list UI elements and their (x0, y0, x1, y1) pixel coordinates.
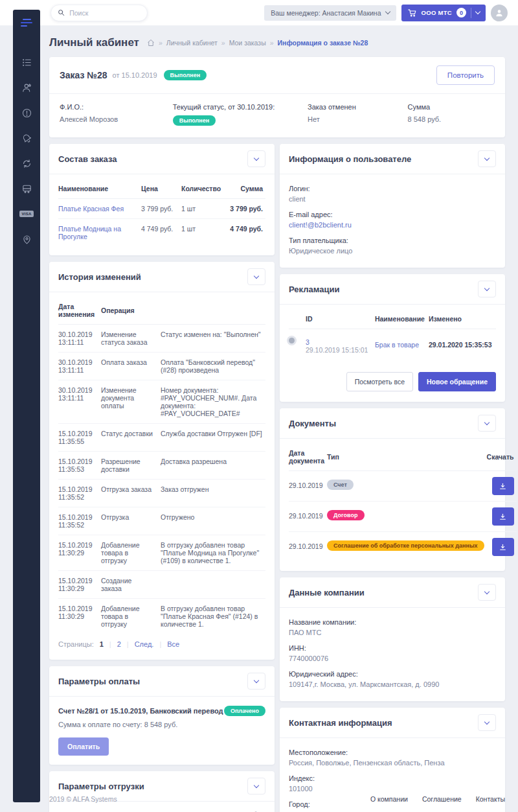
collapse-button[interactable] (247, 268, 265, 285)
cart-count-badge: 0 (456, 8, 466, 17)
sidebar-item-notifications[interactable] (18, 132, 35, 144)
history-row: 15.10.201911:30:29 Создание заказа (58, 571, 265, 599)
section-title: Документы (289, 419, 336, 428)
download-icon (499, 543, 507, 551)
chevron-down-icon (484, 155, 490, 160)
col-header: Цена (141, 177, 181, 199)
shipment-params-card: Параметры отгрузки Отгрузка №28/2 от 15.… (49, 771, 275, 812)
chevron-down-icon (385, 9, 390, 14)
view-all-button[interactable]: Посмотреть все (346, 372, 413, 391)
info-field: Тип плательщика: Юридическое лицо (289, 237, 496, 255)
sidebar-item-payments[interactable]: VISA (18, 208, 35, 220)
info-field: Индекс: 101000 (289, 774, 496, 793)
chevron-down-icon (254, 155, 259, 160)
section-title: Параметры оплаты (58, 677, 140, 686)
sidebar-item-sync[interactable] (18, 157, 35, 169)
page-all[interactable]: Все (167, 640, 179, 648)
chevron-down-icon (254, 782, 259, 787)
history-row: 15.10.201911:30:29 Добавление товара в о… (58, 599, 265, 634)
cart-button[interactable]: ООО МТС 0 (401, 5, 486, 21)
search-box[interactable] (51, 5, 148, 21)
home-icon[interactable] (147, 39, 155, 47)
info-field: E-mail адрес: client!@b2bclient.ru (289, 211, 496, 229)
history-row: 30.10.201913:11:11 Оплата заказа Оплата … (58, 353, 265, 380)
product-link[interactable]: Платье Красная Фея (58, 205, 124, 213)
reclamation-name-link[interactable]: Брак в товаре (375, 341, 419, 349)
collapse-button[interactable] (478, 281, 496, 297)
product-link[interactable]: Платье Модница на Прогулке (58, 225, 121, 240)
collapse-button[interactable] (478, 584, 496, 601)
sidebar-item-info[interactable] (18, 107, 35, 119)
bus-icon (21, 183, 32, 194)
col-header: Изменено (429, 307, 496, 329)
reclamation-row: 3 29.10.2019 15:15:01 Брак в товаре 29.0… (289, 329, 496, 364)
page-1[interactable]: 1 (100, 640, 104, 648)
section-title: История изменений (58, 272, 141, 282)
section-title: Состав заказа (58, 154, 117, 164)
breadcrumb-item[interactable]: Мои заказы (229, 39, 266, 47)
chevron-down-icon (254, 677, 259, 682)
sidebar-item-orders[interactable] (18, 56, 35, 68)
pagination: Страницы: 1 | 2 | След. | Все (58, 634, 265, 651)
page-title: Личный кабинет (49, 36, 139, 49)
info-field: ИНН: 7740000076 (289, 644, 496, 662)
download-button[interactable] (492, 507, 514, 526)
history-card: История изменений Дата изменения Операци… (49, 262, 275, 660)
manager-dropdown[interactable]: Ваш менеджер: Анастасия Макина (264, 5, 396, 21)
chevron-down-icon (484, 588, 490, 594)
collapse-button[interactable] (478, 150, 496, 167)
history-row: 15.10.201911:35:52 Отгрузка Отгружено (58, 507, 265, 535)
breadcrumb: » Личный кабинет » Мои заказы » Информац… (147, 39, 368, 47)
cart-icon (407, 8, 417, 17)
footer-link[interactable]: Контакты (476, 795, 505, 803)
new-request-button[interactable]: Новое обращение (418, 372, 496, 391)
sidebar-item-delivery[interactable] (18, 183, 35, 194)
order-composition-card: Состав заказа Наименование Цена Количест… (49, 144, 275, 255)
repeat-order-button[interactable]: Повторить (436, 65, 495, 85)
chevron-down-icon (484, 419, 490, 424)
chevron-down-icon (484, 719, 490, 724)
chevron-down-icon (484, 285, 490, 290)
collapse-button[interactable] (247, 150, 265, 167)
sidebar-item-clients[interactable] (18, 82, 35, 93)
footer-link[interactable]: Соглашение (422, 795, 462, 803)
document-type-badge: Договор (327, 510, 365, 520)
search-icon (58, 8, 65, 17)
location-pin-icon (21, 234, 32, 245)
document-row: 29.10.2019 Договор (289, 502, 517, 532)
section-title: Параметры отгрузки (58, 782, 144, 791)
collapse-button[interactable] (478, 714, 496, 731)
col-header: Наименование (58, 177, 141, 199)
col-header: Дата изменения (58, 295, 101, 325)
app-logo[interactable] (21, 19, 32, 27)
copyright: 2019 © ALFA Systems (49, 795, 117, 803)
pay-button[interactable]: Оплатить (58, 737, 109, 756)
reclamation-id-link[interactable]: 3 (306, 338, 310, 346)
col-header (161, 295, 265, 325)
col-header: Дата документа (289, 441, 327, 471)
collapse-button[interactable] (478, 415, 496, 432)
current-status-badge: Выполнен (173, 115, 216, 126)
invoice-text: Счет №28/1 от 15.10.2019, Банковский пер… (58, 707, 223, 715)
col-header: Операция (101, 295, 161, 325)
reclamations-card: Рекламации ID Наименование Изменено (280, 274, 505, 402)
download-icon (499, 513, 507, 521)
section-title: Контактная информация (289, 718, 392, 728)
collapse-button[interactable] (247, 778, 265, 795)
cart-company-label: ООО МТС (422, 9, 453, 16)
breadcrumb-item[interactable]: Информация о заказе №28 (278, 39, 368, 47)
page-next[interactable]: След. (135, 640, 154, 648)
col-header: Скачать (487, 441, 517, 471)
page-2[interactable]: 2 (117, 640, 121, 648)
download-button[interactable] (492, 538, 514, 556)
breadcrumb-item[interactable]: Личный кабинет (166, 39, 218, 47)
info-circle-icon (21, 108, 32, 119)
collapse-button[interactable] (247, 673, 265, 690)
section-title: Информация о пользователе (289, 154, 411, 164)
search-input[interactable] (69, 9, 141, 17)
download-button[interactable] (492, 477, 514, 495)
user-avatar[interactable] (491, 5, 508, 21)
sidebar-item-locations[interactable] (18, 233, 35, 245)
footer-link[interactable]: О компании (370, 795, 408, 803)
info-field: Местоположение: Россия, Поволжье, Пензен… (289, 748, 496, 767)
